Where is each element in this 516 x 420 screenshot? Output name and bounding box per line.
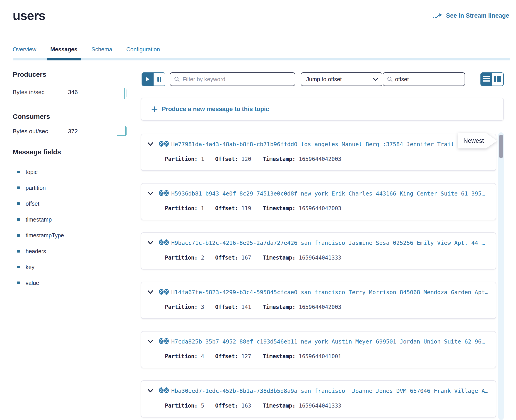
tab-messages[interactable]: Messages	[50, 46, 77, 58]
play-icon	[146, 77, 150, 82]
list-view-button[interactable]	[481, 73, 492, 86]
jump-to-offset-select[interactable]: Jump to offset	[301, 72, 382, 86]
pause-button[interactable]	[154, 73, 165, 86]
offset-input[interactable]	[395, 76, 465, 82]
timestamp-value: 1659644041001	[299, 353, 341, 360]
stream-lineage-link[interactable]: See in Stream lineage	[433, 12, 509, 19]
producers-sparkline	[121, 87, 129, 101]
tab-bar: Overview Messages Schema Configuration	[13, 46, 160, 58]
partition-label: Partition:	[165, 156, 198, 162]
message-key: H14fa67fe-5823-4299-b3c4-595845cfcae0 sa…	[171, 289, 488, 296]
message-row[interactable]: H5936db81-b943-4e0f-8c29-74513e0c0d8f ne…	[141, 183, 496, 220]
partition-value: 1	[201, 205, 204, 212]
consumers-sparkline	[117, 124, 129, 138]
expand-chevron-icon[interactable]	[148, 340, 153, 343]
offset-label: Offset:	[215, 156, 238, 162]
message-row[interactable]: He77981da-4a43-48ab-b8f8-cb71b96ffdd0 lo…	[141, 134, 496, 171]
bytes-in-label: Bytes in/sec	[13, 89, 44, 96]
timestamp-label: Timestamp:	[263, 353, 296, 360]
field-item-value[interactable]: value	[13, 275, 64, 291]
offset-value: 141	[241, 304, 251, 310]
offset-value: 167	[241, 255, 251, 261]
expand-chevron-icon[interactable]	[148, 290, 153, 294]
field-item-timestamptype[interactable]: timestampType	[13, 227, 64, 243]
newest-tooltip: Newest	[458, 133, 497, 149]
key-icon	[159, 239, 169, 247]
partition-label: Partition:	[165, 403, 198, 409]
tab-configuration[interactable]: Configuration	[126, 46, 160, 58]
bytes-in-value: 346	[68, 89, 78, 96]
offset-value: 127	[241, 353, 251, 360]
message-row[interactable]: H7cda825b-35b7-4952-88ef-c193d546eb11 ne…	[141, 331, 496, 368]
partition-value: 1	[201, 156, 204, 162]
tab-schema[interactable]: Schema	[92, 46, 112, 58]
timestamp-value: 1659644042003	[299, 156, 341, 162]
plus-icon	[151, 106, 158, 112]
partition-label: Partition:	[165, 304, 198, 310]
message-row[interactable]: Hba30eed7-1edc-452b-8b1a-738d3b5d8a9a sa…	[141, 380, 496, 418]
partition-value: 5	[201, 403, 204, 409]
search-icon	[387, 76, 393, 82]
partition-value: 2	[201, 255, 204, 261]
newest-tooltip-label: Newest	[458, 133, 497, 149]
bytes-out-value: 372	[68, 128, 78, 135]
offset-label: Offset:	[215, 205, 238, 212]
offset-value: 120	[241, 156, 251, 162]
live-playpause-toggle	[142, 72, 165, 86]
bytes-out-label: Bytes out/sec	[13, 128, 48, 135]
producers-heading: Producers	[13, 71, 46, 78]
timestamp-label: Timestamp:	[263, 205, 296, 212]
message-meta: Partition: 2 Offset: 167 Timestamp: 1659…	[165, 255, 341, 261]
timestamp-label: Timestamp:	[263, 255, 296, 261]
field-item-timestamp[interactable]: timestamp	[13, 212, 64, 227]
offset-label: Offset:	[215, 304, 238, 310]
expand-chevron-icon[interactable]	[148, 389, 153, 393]
view-mode-toggle	[480, 72, 504, 86]
message-meta: Partition: 5 Offset: 163 Timestamp: 1659…	[165, 403, 341, 409]
message-key: He77981da-4a43-48ab-b8f8-cb71b96ffdd0 lo…	[171, 141, 461, 148]
list-view-icon	[483, 76, 490, 82]
field-item-topic[interactable]: topic	[13, 164, 64, 180]
field-item-key[interactable]: key	[13, 259, 64, 275]
message-meta: Partition: 1 Offset: 120 Timestamp: 1659…	[165, 156, 341, 162]
split-view-button[interactable]	[492, 73, 504, 86]
scrollbar-thumb[interactable]	[499, 135, 503, 158]
offset-search-field	[383, 72, 465, 86]
lineage-arrow-icon	[433, 12, 443, 19]
produce-message-button[interactable]: Produce a new message to this topic	[141, 98, 504, 121]
topic-page: users See in Stream lineage Overview Mes…	[0, 0, 516, 420]
message-fields-heading: Message fields	[13, 148, 61, 156]
scrollbar-track[interactable]	[498, 132, 504, 420]
tab-overview[interactable]: Overview	[13, 46, 36, 58]
timestamp-value: 1659644041333	[299, 255, 341, 261]
produce-message-label: Produce a new message to this topic	[162, 106, 269, 113]
pause-icon	[157, 77, 161, 82]
message-meta: Partition: 4 Offset: 127 Timestamp: 1659…	[165, 353, 341, 360]
key-icon	[159, 387, 169, 394]
page-title: users	[13, 8, 45, 23]
partition-label: Partition:	[165, 353, 198, 360]
key-icon	[159, 289, 169, 296]
timestamp-value: 1659644041333	[299, 403, 341, 409]
split-view-icon	[494, 76, 501, 82]
filter-keyword-input[interactable]	[183, 76, 295, 82]
message-row[interactable]: H14fa67fe-5823-4299-b3c4-595845cfcae0 sa…	[141, 282, 496, 319]
partition-value: 3	[201, 304, 204, 310]
field-item-offset[interactable]: offset	[13, 196, 64, 212]
play-button[interactable]	[142, 73, 154, 86]
expand-chevron-icon[interactable]	[148, 142, 153, 146]
key-icon	[159, 338, 169, 345]
message-meta: Partition: 1 Offset: 119 Timestamp: 1659…	[165, 205, 341, 212]
expand-chevron-icon[interactable]	[148, 241, 153, 245]
search-icon	[174, 76, 180, 82]
timestamp-label: Timestamp:	[263, 156, 296, 162]
offset-value: 163	[241, 403, 251, 409]
offset-label: Offset:	[215, 353, 238, 360]
offset-value: 119	[241, 205, 251, 212]
timestamp-label: Timestamp:	[263, 304, 296, 310]
field-item-partition[interactable]: partition	[13, 180, 64, 196]
jump-select-value: Jump to offset	[301, 76, 369, 82]
field-item-headers[interactable]: headers	[13, 243, 64, 259]
expand-chevron-icon[interactable]	[148, 192, 153, 195]
message-row[interactable]: H9bacc71c-b12c-4216-8e95-2a7da727e426 sa…	[141, 232, 496, 270]
